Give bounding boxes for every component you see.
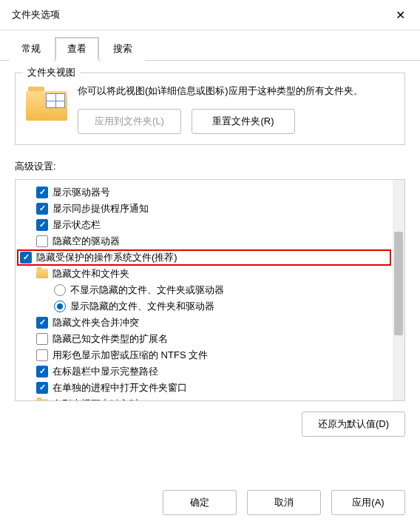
- checkbox[interactable]: [36, 187, 48, 198]
- item-label: 在标题栏中显示完整路径: [52, 365, 158, 378]
- radio[interactable]: [54, 301, 66, 312]
- restore-defaults-button[interactable]: 还原为默认值(D): [302, 412, 405, 437]
- tree-item: 隐藏已知文件类型的扩展名: [17, 331, 391, 347]
- apply-button[interactable]: 应用(A): [331, 490, 405, 515]
- item-label: 在单独的进程中打开文件夹窗口: [52, 381, 187, 395]
- radio[interactable]: [54, 284, 66, 296]
- checkbox[interactable]: [36, 235, 48, 247]
- folder-icon: [26, 87, 67, 121]
- scrollbar[interactable]: [393, 180, 404, 400]
- checkbox[interactable]: [36, 382, 48, 394]
- checkbox[interactable]: [36, 203, 48, 215]
- item-label: 显示隐藏的文件、文件夹和驱动器: [70, 300, 214, 313]
- checkbox[interactable]: [36, 219, 48, 231]
- folder-mini-icon: [36, 399, 48, 400]
- item-label: 隐藏文件夹合并冲突: [52, 316, 139, 329]
- close-button[interactable]: ✕: [389, 6, 411, 24]
- scroll-thumb[interactable]: [394, 232, 403, 335]
- cancel-button[interactable]: 取消: [247, 490, 321, 515]
- close-icon: ✕: [396, 8, 405, 22]
- tab-general[interactable]: 常规: [9, 37, 53, 61]
- checkbox[interactable]: [36, 366, 48, 377]
- tree-item-group: 隐藏文件和文件夹: [17, 266, 391, 282]
- checkbox[interactable]: [36, 333, 48, 345]
- ok-button[interactable]: 确定: [163, 490, 237, 515]
- window-title: 文件夹选项: [12, 8, 60, 21]
- titlebar: 文件夹选项 ✕: [0, 0, 420, 30]
- tree-item: 显示隐藏的文件、文件夹和驱动器: [17, 298, 391, 315]
- checkbox[interactable]: [36, 349, 48, 361]
- checkbox[interactable]: [20, 252, 32, 264]
- item-label: 显示同步提供程序通知: [52, 202, 149, 215]
- advanced-tree[interactable]: 显示驱动器号 显示同步提供程序通知 显示状态栏 隐藏空的驱动器 隐藏受保护的操作…: [16, 180, 393, 400]
- advanced-tree-container: 显示驱动器号 显示同步提供程序通知 显示状态栏 隐藏空的驱动器 隐藏受保护的操作…: [15, 179, 405, 401]
- item-label: 在列表视图中键入时: [52, 397, 139, 400]
- tree-item: 显示状态栏: [17, 217, 391, 233]
- apply-to-folders-button[interactable]: 应用到文件夹(L): [78, 109, 181, 134]
- tree-item: 隐藏文件夹合并冲突: [17, 315, 391, 331]
- folder-mini-icon: [36, 269, 48, 278]
- group-description: 你可以将此视图(如详细信息或图标)应用于这种类型的所有文件夹。: [78, 84, 394, 98]
- tree-item-group: 在列表视图中键入时: [17, 396, 391, 400]
- item-label: 不显示隐藏的文件、文件夹或驱动器: [70, 283, 224, 297]
- tree-item: 隐藏空的驱动器: [17, 233, 391, 249]
- tree-item: 显示同步提供程序通知: [17, 201, 391, 217]
- tree-item: 在单独的进程中打开文件夹窗口: [17, 380, 391, 396]
- tree-item: 显示驱动器号: [17, 184, 391, 201]
- item-label: 隐藏已知文件类型的扩展名: [52, 332, 168, 346]
- item-label: 隐藏空的驱动器: [52, 235, 120, 248]
- advanced-label: 高级设置:: [15, 160, 405, 173]
- reset-folders-button[interactable]: 重置文件夹(R): [192, 109, 295, 134]
- item-label: 隐藏受保护的操作系统文件(推荐): [36, 251, 177, 264]
- content: 文件夹视图 你可以将此视图(如详细信息或图标)应用于这种类型的所有文件夹。 应用…: [0, 61, 420, 449]
- tree-item-highlighted: 隐藏受保护的操作系统文件(推荐): [17, 249, 391, 266]
- item-label: 显示驱动器号: [52, 186, 110, 199]
- item-label: 显示状态栏: [52, 218, 101, 232]
- folder-view-group: 文件夹视图 你可以将此视图(如详细信息或图标)应用于这种类型的所有文件夹。 应用…: [15, 73, 405, 145]
- item-label: 隐藏文件和文件夹: [52, 267, 129, 281]
- checkbox[interactable]: [36, 317, 48, 329]
- tab-view[interactable]: 查看: [55, 37, 99, 61]
- tree-item: 不显示隐藏的文件、文件夹或驱动器: [17, 282, 391, 298]
- tree-item: 在标题栏中显示完整路径: [17, 363, 391, 380]
- tabs: 常规 查看 搜索: [0, 30, 420, 61]
- group-label: 文件夹视图: [23, 66, 80, 79]
- tab-search[interactable]: 搜索: [101, 37, 145, 61]
- tree-item: 用彩色显示加密或压缩的 NTFS 文件: [17, 347, 391, 363]
- item-label: 用彩色显示加密或压缩的 NTFS 文件: [52, 349, 208, 362]
- bottom-buttons: 确定 取消 应用(A): [163, 490, 405, 515]
